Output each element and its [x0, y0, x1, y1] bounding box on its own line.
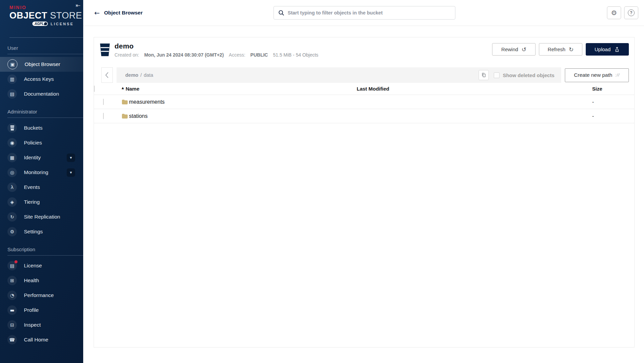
- object-name[interactable]: measurements: [129, 99, 165, 105]
- copy-path-button[interactable]: [479, 70, 489, 80]
- folder-icon: [122, 113, 128, 119]
- sidebar-item-profile[interactable]: ▬ Profile: [0, 303, 83, 318]
- sidebar-item-buckets[interactable]: Buckets: [0, 121, 83, 135]
- select-all-checkbox[interactable]: [94, 86, 95, 92]
- table-row[interactable]: stations -: [94, 109, 634, 123]
- settings-icon: ⚙: [10, 229, 14, 234]
- browse-toolbar: demo / data Show deleted objects: [101, 67, 629, 83]
- buckets-icon: [10, 125, 14, 131]
- row-checkbox[interactable]: [103, 99, 104, 105]
- sidebar-item-label: Tiering: [24, 199, 40, 205]
- sidebar-item-label: Object Browser: [25, 61, 60, 67]
- page-title-text: Object Browser: [104, 10, 143, 16]
- column-header-name[interactable]: ▲Name: [122, 84, 357, 95]
- question-icon: ?: [628, 9, 635, 16]
- sidebar-item-label: Performance: [24, 292, 54, 298]
- sidebar-section-label: Subscription: [0, 244, 83, 255]
- access-value: PUBLIC: [250, 52, 268, 58]
- object-store-wordmark: OBJECT STORE: [9, 10, 83, 21]
- rewind-button[interactable]: Rewind ↺: [492, 43, 536, 56]
- sidebar-item-license[interactable]: ▤ License: [0, 258, 83, 273]
- bucket-name: demo: [115, 42, 318, 50]
- sort-ascending-icon: ▲: [122, 86, 124, 90]
- chevron-down-icon[interactable]: ▾: [67, 168, 75, 177]
- sidebar-item-policies[interactable]: ◉ Policies: [0, 135, 83, 150]
- table-row[interactable]: measurements -: [94, 95, 634, 109]
- performance-icon: ◔: [10, 293, 14, 298]
- identity-icon: ▦: [10, 155, 14, 160]
- collapse-sidebar-icon[interactable]: ⇤: [76, 2, 80, 9]
- show-deleted-toggle[interactable]: Show deleted objects: [494, 72, 554, 78]
- path-icon: ://: [615, 73, 620, 77]
- column-header-last-modified[interactable]: Last Modified: [357, 84, 592, 95]
- sidebar-section-label: Administrator: [0, 106, 83, 118]
- search-bar: [273, 6, 455, 20]
- show-deleted-checkbox[interactable]: [494, 72, 500, 78]
- upload-button[interactable]: Upload: [586, 43, 629, 56]
- topbar-actions: ⚙ ?: [607, 6, 644, 19]
- column-header-size[interactable]: Size: [592, 84, 634, 95]
- breadcrumb-bucket[interactable]: demo: [125, 72, 138, 78]
- policies-icon: ◉: [10, 140, 14, 145]
- sidebar-item-inspect[interactable]: ⊟ Inspect: [0, 318, 83, 332]
- rewind-icon: ↺: [521, 46, 526, 53]
- bucket-header: demo Created on: Mon, Jun 24 2024 08:30:…: [94, 37, 634, 61]
- sidebar-item-label: Buckets: [24, 125, 42, 131]
- sidebar-item-identity[interactable]: ▦ Identity ▾: [0, 150, 83, 165]
- sidebar-item-label: Policies: [24, 140, 42, 146]
- license-label: LICENSE: [51, 22, 74, 26]
- chevron-down-icon[interactable]: ▾: [67, 154, 75, 162]
- minio-logo: MINIO OBJECT STORE AGPL LICENSE: [0, 0, 83, 33]
- access-label: Access:: [229, 52, 245, 58]
- sidebar-item-health[interactable]: ⊞ Health: [0, 273, 83, 288]
- bucket-card: demo Created on: Mon, Jun 24 2024 08:30:…: [94, 37, 635, 348]
- sidebar-item-object-browser[interactable]: ▣ Object Browser: [0, 57, 83, 72]
- row-checkbox[interactable]: [103, 113, 104, 119]
- navigate-back-button[interactable]: [101, 67, 113, 83]
- sidebar-item-label: Monitoring: [24, 169, 48, 175]
- refresh-button[interactable]: Refresh ↻: [539, 43, 582, 56]
- copy-icon: [481, 72, 486, 78]
- settings-button[interactable]: ⚙: [607, 6, 621, 19]
- sidebar-item-label: Inspect: [24, 322, 41, 328]
- object-size: -: [592, 109, 634, 123]
- events-icon: λ: [11, 185, 13, 190]
- topbar: ← Object Browser ⚙ ?: [83, 0, 644, 26]
- agpl-badge: AGPL: [32, 22, 48, 26]
- breadcrumb-folder[interactable]: data: [144, 72, 153, 78]
- help-button[interactable]: ?: [624, 6, 638, 19]
- sidebar-item-settings[interactable]: ⚙ Settings: [0, 224, 83, 239]
- sidebar-item-label: License: [24, 263, 42, 269]
- sidebar-item-documentation[interactable]: ▤ Documentation: [0, 87, 83, 101]
- access-keys-icon: ▥: [10, 77, 14, 81]
- create-new-path-button[interactable]: Create new path ://: [565, 68, 629, 82]
- page-title[interactable]: ← Object Browser: [94, 10, 142, 16]
- sidebar-section-label: User: [0, 42, 83, 54]
- sidebar-item-performance[interactable]: ◔ Performance: [0, 288, 83, 303]
- minio-wordmark: MINIO: [9, 5, 83, 10]
- sidebar-item-tiering[interactable]: ◈ Tiering: [0, 195, 83, 209]
- site-replication-icon: ↻: [10, 214, 14, 219]
- inspect-icon: ⊟: [10, 323, 14, 327]
- upload-icon: [614, 46, 620, 53]
- sidebar-item-label: Health: [24, 277, 39, 284]
- documentation-icon: ▤: [10, 92, 14, 96]
- bucket-icon: [100, 43, 110, 57]
- sidebar-item-monitoring[interactable]: ◎ Monitoring ▾: [0, 165, 83, 180]
- license-icon: ▤: [10, 263, 14, 268]
- created-on-label: Created on:: [115, 52, 139, 58]
- sidebar-item-label: Settings: [24, 229, 43, 235]
- sidebar-item-access-keys[interactable]: ▥ Access Keys: [0, 72, 83, 87]
- chevron-left-icon: [104, 71, 110, 79]
- divider: [9, 37, 83, 38]
- sidebar-item-events[interactable]: λ Events: [0, 180, 83, 195]
- sidebar-item-site-replication[interactable]: ↻ Site Replication: [0, 209, 83, 224]
- objects-table: ▲Name Last Modified Size measurements -: [94, 84, 634, 123]
- breadcrumb[interactable]: demo / data: [125, 72, 153, 78]
- sidebar-item-label: Identity: [24, 155, 41, 161]
- sidebar-item-call-home[interactable]: ☎ Call Home: [0, 332, 83, 347]
- search-input[interactable]: [288, 10, 455, 15]
- object-browser-icon: ▣: [10, 62, 14, 67]
- object-name[interactable]: stations: [129, 113, 148, 119]
- sidebar-item-label: Documentation: [24, 91, 59, 97]
